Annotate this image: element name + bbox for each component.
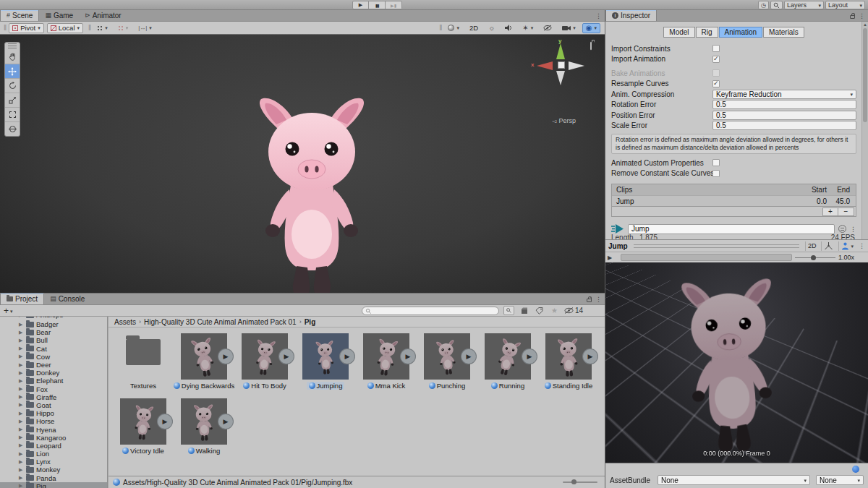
- asset-item[interactable]: ▶ Running: [477, 333, 538, 390]
- 2d-toggle-button[interactable]: 2D: [466, 23, 482, 33]
- lock-icon[interactable]: [850, 15, 855, 19]
- asset-thumbnail[interactable]: ▶: [120, 333, 166, 380]
- tree-item[interactable]: ▶ Elephant: [0, 377, 107, 385]
- tree-item[interactable]: ▶ Leopard: [0, 442, 107, 450]
- tree-item[interactable]: ▶ Bull: [0, 336, 107, 344]
- preview-play-button[interactable]: ▶: [608, 254, 618, 261]
- panel-tab[interactable]: Animator: [79, 9, 127, 21]
- play-preview-badge[interactable]: ▶: [340, 349, 354, 364]
- preview-avatar-button[interactable]: ▾: [838, 241, 856, 251]
- expand-arrow-icon[interactable]: ▶: [19, 427, 24, 432]
- play-preview-badge[interactable]: ▶: [401, 349, 415, 364]
- tree-item[interactable]: ▶ Lion: [0, 450, 107, 458]
- expand-arrow-icon[interactable]: ▶: [19, 394, 24, 400]
- tree-item[interactable]: ▶ Cat: [0, 345, 107, 353]
- slider-handle[interactable]: [811, 255, 816, 260]
- expand-arrow-icon[interactable]: ▶: [19, 338, 24, 343]
- text-field[interactable]: 0.5: [712, 121, 856, 130]
- clip-row[interactable]: Jump 0.0 45.0: [612, 195, 856, 206]
- expand-arrow-icon[interactable]: ▶: [19, 475, 24, 481]
- animation-preview-viewport[interactable]: 0:00 (000.0%) Frame 0: [605, 262, 868, 463]
- effects-toggle-button[interactable]: ✶▾: [519, 23, 537, 33]
- preview-2d-button[interactable]: 2D: [805, 241, 819, 251]
- lighting-toggle-button[interactable]: ☼: [485, 23, 498, 33]
- speed-slider[interactable]: [795, 257, 835, 258]
- panel-tab[interactable]: Game: [39, 9, 79, 21]
- inspector-scrollbar[interactable]: ▲: [861, 22, 868, 239]
- tree-item[interactable]: ▶ Hyena: [0, 425, 107, 433]
- expand-arrow-icon[interactable]: ▶: [19, 362, 24, 368]
- handle-rotation-button[interactable]: Local▾: [47, 23, 83, 33]
- expand-arrow-icon[interactable]: ▶: [19, 378, 24, 384]
- expand-arrow-icon[interactable]: ▶: [19, 419, 24, 424]
- asset-thumbnail[interactable]: ▶: [363, 333, 409, 380]
- asset-item[interactable]: ▶ Walking: [174, 398, 234, 455]
- play-preview-badge[interactable]: ▶: [522, 349, 537, 364]
- asset-thumbnail[interactable]: ▶: [120, 398, 166, 445]
- expand-arrow-icon[interactable]: ▶: [19, 459, 24, 465]
- expand-arrow-icon[interactable]: ▶: [19, 330, 24, 335]
- tab-inspector[interactable]: i Inspector: [605, 9, 657, 21]
- project-search-input[interactable]: [362, 307, 499, 315]
- tree-item[interactable]: ▶ Lynx: [0, 458, 107, 466]
- asset-item[interactable]: ▶ Victory Idle: [113, 398, 174, 455]
- kebab-menu-icon[interactable]: ⋮: [850, 226, 856, 233]
- expand-arrow-icon[interactable]: ▶: [19, 370, 24, 376]
- tree-item[interactable]: ▶ Donkey: [0, 369, 107, 377]
- add-clip-button[interactable]: +: [822, 207, 838, 216]
- tree-item[interactable]: ▶ Badger: [0, 320, 107, 328]
- scene-view[interactable]: y x ◅Persp: [0, 35, 605, 293]
- play-preview-badge[interactable]: ▶: [583, 349, 597, 364]
- search-by-type-button[interactable]: [519, 306, 529, 315]
- preview-header[interactable]: Jump 2D ▾ ⋮: [605, 239, 868, 252]
- inspector-mode-tab[interactable]: Model: [663, 27, 694, 38]
- version-control-button[interactable]: ◷: [758, 1, 769, 9]
- scene-orientation-gizmo[interactable]: y x ◅Persp: [534, 40, 592, 120]
- tools-grip[interactable]: [5, 43, 20, 49]
- scrollbar-thumb[interactable]: [863, 28, 867, 122]
- gizmo-x-axis[interactable]: [537, 61, 553, 70]
- asset-item[interactable]: ▶ Mma Kick: [356, 333, 417, 390]
- component-editor-tool-button[interactable]: ◉▾: [582, 23, 600, 33]
- projection-toggle[interactable]: ◅Persp: [552, 117, 576, 124]
- draw-mode-button[interactable]: ▾: [444, 23, 463, 33]
- rotate-tool-button[interactable]: [5, 78, 20, 93]
- move-tool-button[interactable]: [5, 64, 20, 78]
- pivot-mode-button[interactable]: Pivot▾: [9, 23, 44, 33]
- lock-icon[interactable]: [587, 299, 592, 302]
- checkbox[interactable]: [712, 170, 720, 177]
- kebab-menu-icon[interactable]: ⋮: [859, 12, 865, 20]
- expand-arrow-icon[interactable]: ▶: [19, 483, 24, 488]
- asset-item[interactable]: ▶ Jumping: [295, 333, 356, 390]
- panel-tab[interactable]: Console: [44, 293, 90, 304]
- pig-model-3d[interactable]: [250, 95, 373, 293]
- thumbnail-size-slider[interactable]: [563, 481, 597, 483]
- clip-name-input[interactable]: Jump: [628, 224, 835, 234]
- asset-item[interactable]: ▶ Dying Backwards: [174, 333, 234, 390]
- assetbundle-dropdown[interactable]: None▾: [658, 475, 810, 485]
- preview-pivot-button[interactable]: [821, 241, 835, 251]
- scene-camera-button[interactable]: ▾: [558, 23, 579, 33]
- play-button[interactable]: ▶: [352, 1, 369, 9]
- tree-item[interactable]: ▶ Bear: [0, 328, 107, 336]
- expand-arrow-icon[interactable]: ▶: [19, 411, 24, 416]
- grid-visibility-button[interactable]: ▾: [93, 23, 111, 33]
- kebab-menu-icon[interactable]: ⋮: [595, 12, 602, 20]
- play-preview-badge[interactable]: ▶: [461, 349, 476, 364]
- grid-snap-button[interactable]: ▾: [114, 23, 132, 33]
- layers-dropdown[interactable]: Layers▾: [784, 1, 824, 9]
- breadcrumb-segment[interactable]: Pig ›: [305, 318, 316, 326]
- asset-thumbnail[interactable]: ▶: [424, 333, 470, 380]
- preview-resize-handle[interactable]: [634, 244, 799, 248]
- asset-thumbnail[interactable]: ▶: [181, 398, 227, 445]
- gizmo-z-axis[interactable]: [569, 61, 584, 70]
- asset-thumbnail[interactable]: ▶: [181, 333, 227, 380]
- expand-arrow-icon[interactable]: ▶: [19, 402, 24, 408]
- gizmo-center-cube[interactable]: [558, 61, 565, 69]
- dropdown-field[interactable]: Keyframe Reduction▾: [712, 90, 856, 99]
- tree-item[interactable]: ▶ Deer: [0, 361, 107, 369]
- tree-item[interactable]: ▶ Pig: [0, 482, 107, 488]
- checkbox[interactable]: [712, 69, 720, 77]
- asset-thumbnail[interactable]: ▶: [242, 333, 288, 380]
- step-button[interactable]: ▶▮: [386, 1, 402, 9]
